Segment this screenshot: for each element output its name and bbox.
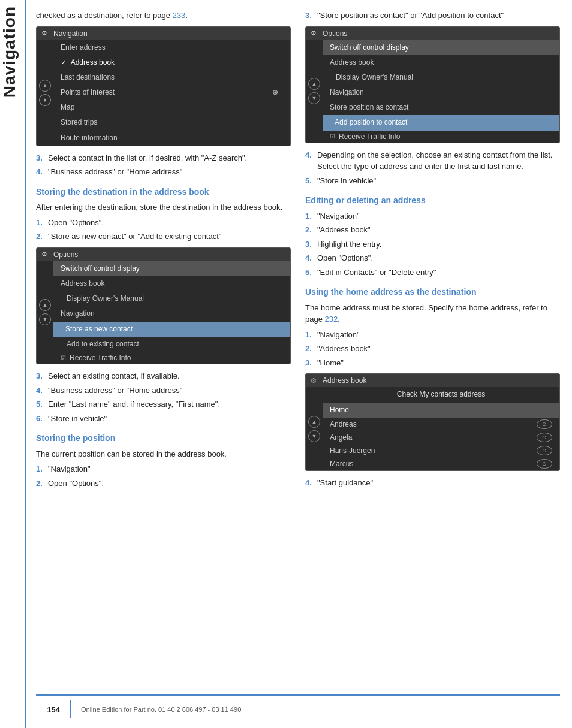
options-menu-box-2: ⚙ Options ▲ ▼ Switch off control display…: [36, 247, 291, 364]
steps-s4: 1. "Navigation" 2. "Address book" 3. "Ho…: [305, 329, 560, 369]
s4-step1: 1. "Navigation": [305, 329, 560, 341]
s1-step2: 2. "Store as new contact" or "Add to exi…: [36, 231, 291, 243]
s4-step3: 3. "Home": [305, 357, 560, 369]
m3-switch-off[interactable]: Switch off control display: [323, 40, 559, 55]
step4-left: 4. "Business address" or "Home address": [36, 166, 291, 178]
steps-mid-right: 4. Depending on the selection, choose an…: [305, 149, 560, 187]
arrow-down-2[interactable]: ▼: [39, 313, 51, 325]
arrow-up-3[interactable]: ▲: [308, 78, 320, 90]
menu1-item-address-book[interactable]: ✓ Address book: [53, 55, 290, 70]
sidebar: Navigation: [0, 0, 26, 728]
steps-top-right: 3. "Store position as contact" or "Add p…: [305, 10, 560, 22]
footer-text: Online Edition for Part no. 01 40 2 606 …: [81, 706, 241, 713]
s2-step2: 2. Open "Options".: [36, 478, 291, 490]
rf-step4: 4. "Start guidance": [305, 477, 560, 489]
step3-left: 3. Select a contact in the list or, if d…: [36, 152, 291, 164]
section4-heading: Using the home address as the destinatio…: [305, 286, 560, 298]
menu2-items: Switch off control display Address book …: [53, 261, 290, 364]
options-menu-box-3: ⚙ Options ▲ ▼ Switch off control display…: [305, 26, 560, 143]
nav-icon-angela: ⊙: [537, 433, 552, 442]
menu1-item-enter-address[interactable]: Enter address: [53, 40, 290, 55]
m3-navigation[interactable]: Navigation: [323, 85, 559, 100]
arrow-up[interactable]: ▲: [39, 80, 51, 92]
m2-address-book[interactable]: Address book: [53, 276, 290, 291]
menu1-item-route-info[interactable]: Route information: [53, 131, 290, 146]
gear-icon-4: ⚙: [311, 377, 317, 385]
col-left: checked as a destination, refer to page …: [36, 10, 291, 493]
menu1-item-map[interactable]: Map: [53, 100, 290, 115]
m4-andreas[interactable]: Andreas ⊙: [323, 418, 559, 431]
page-link-232[interactable]: 232: [325, 315, 338, 324]
s1b-step3: 3. Select an existing contact, if availa…: [36, 370, 291, 382]
r-step5: 5. "Store in vehicle": [305, 175, 560, 187]
menu1-item-last-destinations[interactable]: Last destinations: [53, 70, 290, 85]
nav-menu-box-1: ⚙ Navigation ▲ ▼ Enter address ✓ Address…: [36, 26, 291, 146]
footer: 154 Online Edition for Part no. 01 40 2 …: [36, 694, 560, 718]
arrow-up-4[interactable]: ▲: [308, 416, 320, 428]
menu3-body: ▲ ▼ Switch off control display Address b…: [306, 40, 559, 143]
m2-display-manual[interactable]: Display Owner's Manual: [53, 291, 290, 306]
m3-store-position[interactable]: Store position as contact: [323, 100, 559, 115]
section2-heading: Storing the position: [36, 433, 291, 445]
section4-body: The home address must be stored. Specify…: [305, 302, 560, 325]
menu3-items: Switch off control display Address book …: [323, 40, 559, 143]
nav-icon-marcus: ⊙: [537, 459, 552, 469]
m3-receive-traffic[interactable]: ☑ Receive Traffic Info: [323, 131, 559, 143]
section1-body: After entering the destination, store th…: [36, 201, 291, 213]
m4-hans-juergen[interactable]: Hans-Juergen ⊙: [323, 444, 559, 457]
addr-book-box: ⚙ Address book ▲ ▼ Check My contacts add…: [305, 373, 560, 470]
arrow-down-4[interactable]: ▼: [308, 430, 320, 442]
arrow-down[interactable]: ▼: [39, 94, 51, 106]
steps-s1b: 3. Select an existing contact, if availa…: [36, 370, 291, 424]
intro-text: checked as a destination, refer to page …: [36, 10, 291, 22]
m2-receive-traffic[interactable]: ☑ Receive Traffic Info: [53, 352, 290, 364]
menu2-nav-arrows: ▲ ▼: [37, 261, 53, 364]
s2-step1: 1. "Navigation": [36, 463, 291, 475]
menu1-body: ▲ ▼ Enter address ✓ Address book Last de…: [37, 40, 290, 146]
menu4-body: ▲ ▼ Check My contacts address Home Andre…: [306, 387, 559, 470]
m4-angela[interactable]: Angela ⊙: [323, 431, 559, 444]
m3-address-book[interactable]: Address book: [323, 55, 559, 70]
steps-s2: 1. "Navigation" 2. Open "Options".: [36, 463, 291, 489]
s3-step4: 4. Open "Options".: [305, 252, 560, 264]
m4-check-contacts[interactable]: Check My contacts address: [323, 387, 559, 402]
sidebar-label: Navigation: [0, 6, 22, 105]
col-right: 3. "Store position as contact" or "Add p…: [305, 10, 560, 493]
m3-display-manual[interactable]: Display Owner's Manual: [323, 70, 559, 85]
menu4-items: Check My contacts address Home Andreas ⊙…: [323, 387, 559, 470]
m4-marcus[interactable]: Marcus ⊙: [323, 457, 559, 470]
page-link-233[interactable]: 233: [173, 11, 186, 20]
m2-navigation[interactable]: Navigation: [53, 306, 290, 321]
r-step4: 4. Depending on the selection, choose an…: [305, 149, 560, 173]
steps-final-right: 4. "Start guidance": [305, 477, 560, 489]
r-step3: 3. "Store position as contact" or "Add p…: [305, 10, 560, 22]
steps-after-menu1: 3. Select a contact in the list or, if d…: [36, 152, 291, 178]
m3-add-position[interactable]: Add position to contact: [323, 115, 559, 130]
m2-store-new-contact[interactable]: Store as new contact: [53, 322, 290, 337]
arrow-up-2[interactable]: ▲: [39, 299, 51, 311]
m2-switch-off[interactable]: Switch off control display: [53, 261, 290, 276]
menu1-item-stored-trips[interactable]: Stored trips: [53, 115, 290, 130]
two-col-layout: checked as a destination, refer to page …: [36, 10, 560, 493]
section3-heading: Editing or deleting an address: [305, 195, 560, 207]
receive-icon: ☑: [61, 355, 66, 361]
section1-heading: Storing the destination in the address b…: [36, 186, 291, 198]
section2-body: The current position can be stored in th…: [36, 448, 291, 460]
s1-step1: 1. Open "Options".: [36, 217, 291, 229]
s3-step2: 2. "Address book": [305, 224, 560, 236]
menu3-title: Options: [323, 29, 347, 38]
menu1-title-bar: ⚙ Navigation: [37, 27, 290, 40]
gear-icon-2: ⚙: [41, 250, 47, 258]
nav-icon-hans: ⊙: [537, 446, 552, 455]
m2-add-existing[interactable]: Add to existing contact: [53, 337, 290, 352]
menu1-item-poi[interactable]: Points of Interest ⊕: [53, 85, 290, 100]
menu4-title: Address book: [323, 376, 366, 385]
nav-icon-andreas: ⊙: [537, 419, 552, 429]
arrow-down-3[interactable]: ▼: [308, 92, 320, 104]
s4-step2: 2. "Address book": [305, 343, 560, 355]
m4-home[interactable]: Home: [323, 403, 559, 418]
footer-divider: [70, 700, 71, 718]
s1b-step5: 5. Enter "Last name" and, if necessary, …: [36, 398, 291, 410]
menu1-nav-arrows: ▲ ▼: [37, 40, 53, 146]
menu3-nav-arrows: ▲ ▼: [306, 40, 323, 143]
